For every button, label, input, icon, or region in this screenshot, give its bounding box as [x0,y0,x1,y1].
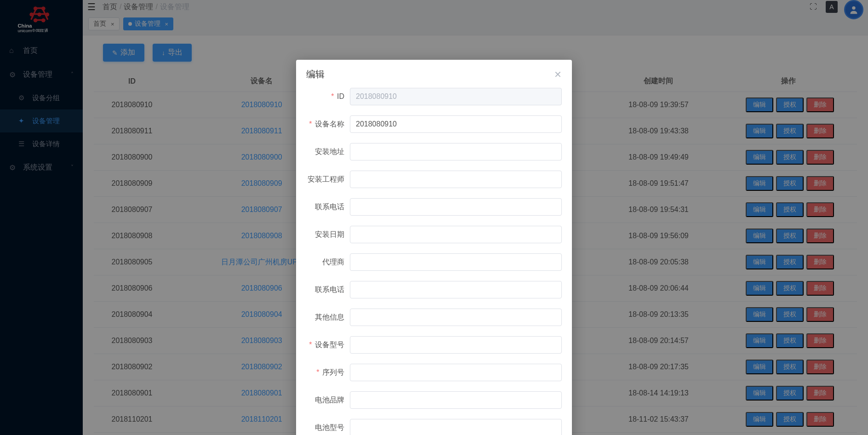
form-input-1[interactable] [350,115,562,133]
form-label: 设备名称 [306,120,350,129]
form-input-10[interactable] [350,364,562,381]
form-input-6[interactable] [350,253,562,271]
form-row: 联系电话 [306,281,562,298]
form-row: 序列号 [306,364,562,381]
form-row: 设备型号 [306,336,562,354]
form-input-3[interactable] [350,171,562,188]
form-label: 其他信息 [306,313,350,322]
form-input-12[interactable] [350,419,562,435]
edit-dialog: 编辑 ✕ ID设备名称安装地址安装工程师联系电话安装日期代理商联系电话其他信息设… [296,60,572,435]
form-input-5[interactable] [350,226,562,243]
form-row: 联系电话 [306,198,562,216]
form-label: 安装工程师 [306,175,350,184]
form-label: 代理商 [306,258,350,267]
form-row: 电池品牌 [306,391,562,409]
form-label: ID [306,92,350,101]
form-row: 电池型号 [306,419,562,435]
form-label: 序列号 [306,368,350,378]
form-row: 安装工程师 [306,171,562,188]
form-label: 联系电话 [306,202,350,212]
form-input-0 [350,88,562,105]
form-row: 安装日期 [306,226,562,243]
form-row: ID [306,88,562,105]
form-label: 安装地址 [306,147,350,157]
form-row: 其他信息 [306,309,562,326]
form-input-4[interactable] [350,198,562,216]
form-input-2[interactable] [350,143,562,160]
form-label: 联系电话 [306,285,350,295]
dialog-title: 编辑 [306,68,325,80]
form-label: 设备型号 [306,340,350,350]
form-input-8[interactable] [350,309,562,326]
form-label: 安装日期 [306,230,350,240]
form-label: 电池型号 [306,423,350,433]
form-row: 设备名称 [306,115,562,133]
form-input-7[interactable] [350,281,562,298]
form-label: 电池品牌 [306,395,350,405]
form-input-11[interactable] [350,391,562,409]
form-row: 代理商 [306,253,562,271]
form-row: 安装地址 [306,143,562,160]
close-icon[interactable]: ✕ [554,69,562,80]
form-input-9[interactable] [350,336,562,354]
